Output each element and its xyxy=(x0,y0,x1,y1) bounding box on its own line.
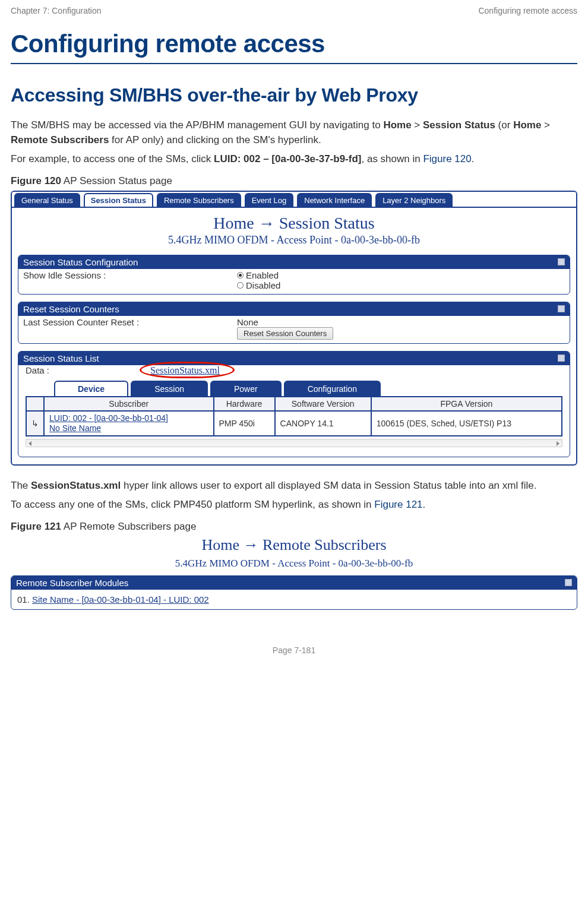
radio-disabled-label: Disabled xyxy=(246,280,280,290)
fig121-subtitle: 5.4GHz MIMO OFDM - Access Point - 0a-00-… xyxy=(11,558,577,569)
tab-remote-subscribers[interactable]: Remote Subscribers xyxy=(157,193,241,207)
panel-reset-session-counters: Reset Session Counters Last Session Coun… xyxy=(18,302,570,344)
panel121-header: Remote Subscriber Modules xyxy=(16,578,128,588)
col-fpga-version[interactable]: FPGA Version xyxy=(371,397,562,411)
radio-enabled[interactable]: Enabled xyxy=(237,270,565,280)
panel-session-status-list: Session Status List Data : SessionStatus… xyxy=(18,351,570,457)
page-title: Configuring remote access xyxy=(11,30,577,64)
cell-software: CANOPY 14.1 xyxy=(275,411,371,436)
collapse-icon[interactable] xyxy=(558,258,565,265)
panel3-header: Session Status List xyxy=(23,353,99,363)
item-number: 01. xyxy=(17,594,30,605)
text: hyper link allows user to export all dis… xyxy=(121,480,536,491)
col-subscriber[interactable]: Subscriber xyxy=(44,397,214,411)
tab-session-status[interactable]: Session Status xyxy=(84,193,153,207)
reset-session-counters-button[interactable]: Reset Session Counters xyxy=(237,327,333,340)
text: For example, to access one of the SMs, c… xyxy=(11,153,214,164)
header-right: Configuring remote access xyxy=(478,6,577,15)
data-label: Data : xyxy=(26,365,150,375)
figure-number: Figure 121 xyxy=(11,521,61,532)
horizontal-scrollbar[interactable] xyxy=(26,439,562,447)
inner-tab-device[interactable]: Device xyxy=(54,381,128,396)
text: , as shown in xyxy=(362,153,423,164)
collapse-icon[interactable] xyxy=(558,305,565,312)
panel1-header: Session Status Configuration xyxy=(23,257,138,267)
table-row: ↳ LUID: 002 - [0a-00-3e-bb-01-04] No Sit… xyxy=(26,411,562,436)
bold-session-status: Session Status xyxy=(423,119,495,131)
text: . xyxy=(423,499,426,510)
show-idle-sessions-label: Show Idle Sessions : xyxy=(23,270,237,290)
section-title: Accessing SM/BHS over-the-air by Web Pro… xyxy=(11,84,577,106)
text: (or xyxy=(495,119,513,131)
figure-120-caption: Figure 120 AP Session Status page xyxy=(11,175,577,187)
figure-121: Home → Remote Subscribers 5.4GHz MIMO OF… xyxy=(11,536,577,610)
paragraph-2: For example, to access one of the SMs, c… xyxy=(11,152,577,167)
bold-home-2: Home xyxy=(513,119,541,131)
bold-home: Home xyxy=(383,119,411,131)
figure-caption-text: AP Remote Subscribers page xyxy=(61,521,196,532)
cell-fpga: 100615 (DES, Sched, US/ETSI) P13 xyxy=(371,411,562,436)
figure-reference-link[interactable]: Figure 121 xyxy=(374,499,422,510)
cell-hardware: PMP 450i xyxy=(214,411,275,436)
figure-number: Figure 120 xyxy=(11,175,61,186)
session-status-xml-link[interactable]: SessionStatus.xml xyxy=(150,365,220,376)
row-handle-icon[interactable]: ↳ xyxy=(26,411,44,436)
tab-event-log[interactable]: Event Log xyxy=(245,193,294,207)
radio-dot-icon xyxy=(237,272,244,279)
fig120-subtitle: 5.4GHz MIMO OFDM - Access Point - 0a-00-… xyxy=(12,234,576,255)
figure-120: General Status Session Status Remote Sub… xyxy=(11,191,577,466)
collapse-icon[interactable] xyxy=(565,579,572,586)
inner-tab-power[interactable]: Power xyxy=(210,381,282,396)
tab-network-interface[interactable]: Network Interface xyxy=(297,193,372,207)
remote-subscriber-link[interactable]: Site Name - [0a-00-3e-bb-01-04] - LUID: … xyxy=(32,594,209,605)
figure-reference-link[interactable]: Figure 120 xyxy=(423,153,471,164)
collapse-icon[interactable] xyxy=(558,355,565,362)
table-corner xyxy=(26,397,44,411)
tab-general-status[interactable]: General Status xyxy=(14,193,80,207)
paragraph-1: The SM/BHS may be accessed via the AP/BH… xyxy=(11,118,577,147)
inner-tabs: Device Session Power Configuration xyxy=(54,381,570,396)
text: for AP only) and clicking on the SM's hy… xyxy=(109,134,321,145)
fig120-title: Home → Session Status xyxy=(12,208,576,234)
text: > xyxy=(541,119,550,131)
text: . xyxy=(472,153,475,164)
radio-enabled-label: Enabled xyxy=(246,270,279,280)
sm-luid-link[interactable]: LUID: 002 - [0a-00-3e-bb-01-04] xyxy=(49,413,208,423)
last-reset-value: None xyxy=(237,317,565,327)
text: The xyxy=(11,480,31,491)
last-reset-label: Last Session Counter Reset : xyxy=(23,317,237,340)
session-status-table: Subscriber Hardware Software Version FPG… xyxy=(26,396,562,436)
sm-sitename-link[interactable]: No Site Name xyxy=(49,423,208,433)
figure-121-caption: Figure 121 AP Remote Subscribers page xyxy=(11,521,577,533)
figure-caption-text: AP Session Status page xyxy=(61,175,172,186)
panel-remote-subscriber-modules: Remote Subscriber Modules 01. Site Name … xyxy=(11,575,577,610)
page-footer: Page 7-181 xyxy=(11,645,577,655)
paragraph-4: To access any one of the SMs, click PMP4… xyxy=(11,498,577,512)
link-text: SessionStatus.xml xyxy=(150,365,220,375)
text: > xyxy=(412,119,423,131)
header-left: Chapter 7: Configuration xyxy=(11,6,102,15)
paragraph-3: The SessionStatus.xml hyper link allows … xyxy=(11,479,577,493)
bold-luid: LUID: 002 – [0a-00-3e-37-b9-fd] xyxy=(214,153,361,164)
panel-session-status-config: Session Status Configuration Show Idle S… xyxy=(18,255,570,295)
bold-remote-subscribers: Remote Subscribers xyxy=(11,134,109,145)
text: The SM/BHS may be accessed via the AP/BH… xyxy=(11,119,383,131)
col-hardware[interactable]: Hardware xyxy=(214,397,275,411)
radio-dot-icon xyxy=(237,282,244,289)
radio-disabled[interactable]: Disabled xyxy=(237,280,565,290)
bold-sessionstatus-xml: SessionStatus.xml xyxy=(31,480,121,491)
inner-tab-session[interactable]: Session xyxy=(131,381,208,396)
inner-tab-configuration[interactable]: Configuration xyxy=(284,381,381,396)
fig121-title: Home → Remote Subscribers xyxy=(11,536,577,554)
tab-layer2-neighbors[interactable]: Layer 2 Neighbors xyxy=(375,193,453,207)
text: To access any one of the SMs, click PMP4… xyxy=(11,499,374,510)
panel2-header: Reset Session Counters xyxy=(23,304,119,314)
top-tabs: General Status Session Status Remote Sub… xyxy=(12,192,576,208)
col-software-version[interactable]: Software Version xyxy=(275,397,371,411)
